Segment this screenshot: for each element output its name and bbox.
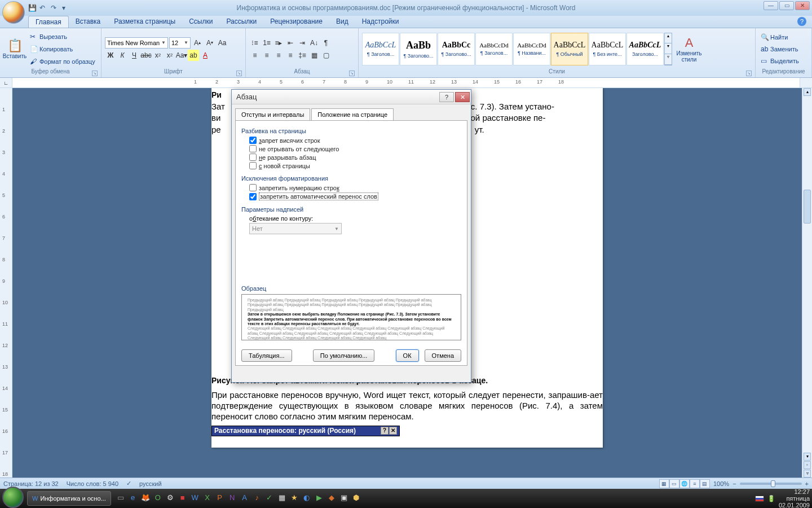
dialog-tab-indents[interactable]: Отступы и интервалы [235, 108, 310, 121]
find-button[interactable]: 🔍Найти [759, 32, 801, 43]
dialog-help-button[interactable]: ? [439, 92, 454, 102]
font-size-combo[interactable]: 12▼ [169, 37, 191, 49]
underline-button[interactable]: Ч [129, 50, 140, 61]
strikethrough-button[interactable]: abc [140, 50, 152, 61]
ql-icon[interactable]: ▣ [339, 493, 349, 503]
full-screen-view[interactable]: ▭ [669, 479, 679, 488]
tab-addins[interactable]: Надстройки [355, 16, 406, 28]
styles-gallery[interactable]: AaBbCcL¶ Заголов... AaBb¶ Заголово... Aa… [361, 32, 673, 67]
italic-button[interactable]: К [117, 50, 128, 61]
tab-insert[interactable]: Вставка [69, 16, 108, 28]
ql-icon[interactable]: ⚙ [165, 493, 175, 503]
align-right-button[interactable]: ≡ [273, 50, 284, 61]
style-item[interactable]: AaBbCc¶ Заголово... [438, 33, 475, 65]
tab-references[interactable]: Ссылки [182, 16, 219, 28]
ql-icon[interactable]: ▦ [277, 493, 287, 503]
default-button[interactable]: По умолчанию... [313, 349, 375, 362]
change-case-button[interactable]: Aa▾ [176, 50, 187, 61]
proofing-icon[interactable]: ✓ [126, 480, 131, 487]
start-button[interactable] [2, 487, 24, 508]
change-styles-button[interactable]: A Изменить стили [673, 30, 705, 68]
taskbar-app-word[interactable]: WИнформатика и осно... [27, 491, 111, 506]
superscript-button[interactable]: x2 [164, 50, 175, 61]
paragraph-launcher[interactable]: ↘ [349, 71, 355, 76]
copy-button[interactable]: 📄Копировать [28, 43, 97, 55]
style-item[interactable]: AaBbCcLЗаголово... [626, 33, 664, 65]
ql-icon[interactable]: ◆ [326, 493, 337, 503]
styles-scroll[interactable]: ▴▾▿ [664, 33, 672, 65]
style-item[interactable]: AaBbCcL¶ Без инте... [589, 33, 626, 65]
prev-page-button[interactable]: ◦ [804, 461, 811, 469]
scroll-thumb[interactable] [804, 190, 811, 224]
line-spacing-button[interactable]: ‡≡ [297, 50, 308, 61]
horizontal-ruler[interactable]: ∟ 123456789101112131415161718 [0, 78, 812, 88]
multilevel-button[interactable]: ≡▸ [273, 37, 284, 49]
select-button[interactable]: ▭Выделить [759, 55, 801, 67]
align-left-button[interactable]: ≡ [249, 50, 261, 61]
borders-button[interactable]: ▢ [320, 50, 332, 61]
checkbox-keep-together[interactable]: не разрывать абзац [249, 154, 461, 161]
ql-icon[interactable]: X [202, 493, 213, 503]
ql-icon[interactable]: P [215, 493, 225, 503]
paste-button[interactable]: 📋 Вставить [2, 30, 27, 68]
ql-icon[interactable]: A [240, 493, 250, 503]
undo-icon[interactable]: ↶ [39, 4, 47, 12]
checkbox-keep-with-next[interactable]: не отрывать от следующего [249, 145, 461, 152]
grow-font-button[interactable]: A▴ [192, 37, 203, 49]
word-count[interactable]: Число слов: 5 940 [67, 480, 118, 487]
align-justify-button[interactable]: ≡ [285, 50, 296, 61]
clipboard-launcher[interactable]: ↘ [92, 71, 98, 76]
style-item[interactable]: AaBb¶ Заголово... [400, 33, 437, 65]
increase-indent-button[interactable]: ⇥ [297, 37, 308, 49]
font-launcher[interactable]: ↘ [236, 71, 242, 76]
font-color-button[interactable]: A [200, 50, 211, 61]
tabs-button[interactable]: Табуляция... [241, 349, 292, 362]
wrap-dropdown[interactable]: Нет▼ [249, 223, 342, 234]
system-clock[interactable]: 12:27 пятница 02.01.2009 [779, 488, 810, 508]
numbering-button[interactable]: 1≡ [261, 37, 272, 49]
show-marks-button[interactable]: ¶ [320, 37, 332, 49]
checkbox-suppress-hyphenation[interactable]: запретить автоматический перенос слов [249, 192, 461, 200]
replace-button[interactable]: abЗаменить [759, 43, 801, 55]
ql-icon[interactable]: ▭ [116, 493, 126, 503]
zoom-in-button[interactable]: + [805, 480, 809, 487]
tab-view[interactable]: Вид [329, 16, 355, 28]
cut-button[interactable]: ✂Вырезать [28, 31, 97, 42]
outline-view[interactable]: ≡ [690, 479, 700, 488]
vertical-scrollbar[interactable]: ▴ ▾ ◦ ▿ [802, 88, 812, 478]
style-item[interactable]: AaBbCcDd¶ Заголов... [475, 33, 513, 65]
ok-button[interactable]: ОК [396, 349, 419, 362]
zoom-level[interactable]: 100% [713, 480, 729, 487]
draft-view[interactable]: ▤ [700, 479, 710, 488]
ql-icon[interactable]: 🦊 [140, 493, 151, 503]
subscript-button[interactable]: x2 [152, 50, 164, 61]
ql-icon[interactable]: ◐ [302, 493, 312, 503]
ql-icon[interactable]: ■ [178, 493, 188, 503]
ql-icon[interactable]: ★ [289, 493, 299, 503]
office-button[interactable] [2, 1, 25, 24]
dialog-tab-position[interactable]: Положение на странице [311, 108, 394, 121]
ql-icon[interactable]: ♪ [252, 493, 262, 503]
decrease-indent-button[interactable]: ⇤ [285, 37, 296, 49]
scroll-up-button[interactable]: ▴ [804, 88, 811, 96]
checkbox-suppress-line-numbers[interactable]: запретить нумерацию строк [249, 184, 461, 191]
tab-review[interactable]: Рецензирование [263, 16, 329, 28]
style-item[interactable]: AaBbCcL¶ Заголов... [362, 33, 399, 65]
cancel-button[interactable]: Отмена [425, 349, 461, 362]
checkbox-widow-control[interactable]: запрет висячих строк [249, 137, 461, 144]
scroll-down-button[interactable]: ▾ [804, 453, 811, 461]
zoom-out-button[interactable]: − [732, 480, 736, 487]
sort-button[interactable]: A↓ [308, 37, 320, 49]
next-page-button[interactable]: ▿ [804, 470, 811, 478]
minimize-button[interactable]: — [764, 1, 778, 10]
shrink-font-button[interactable]: A▾ [204, 37, 215, 49]
dialog-titlebar[interactable]: Абзац ? ✕ [232, 90, 471, 104]
styles-launcher[interactable]: ↘ [746, 71, 752, 76]
align-center-button[interactable]: ≡ [261, 50, 272, 61]
format-painter-button[interactable]: 🖌Формат по образцу [28, 56, 97, 67]
dialog-close-button[interactable]: ✕ [455, 92, 470, 102]
ql-icon[interactable]: ⬢ [351, 493, 361, 503]
ql-icon[interactable]: ✓ [264, 493, 275, 503]
ql-icon[interactable]: ▶ [314, 493, 324, 503]
vertical-ruler[interactable]: 123456789101112131415161718 [0, 88, 12, 478]
